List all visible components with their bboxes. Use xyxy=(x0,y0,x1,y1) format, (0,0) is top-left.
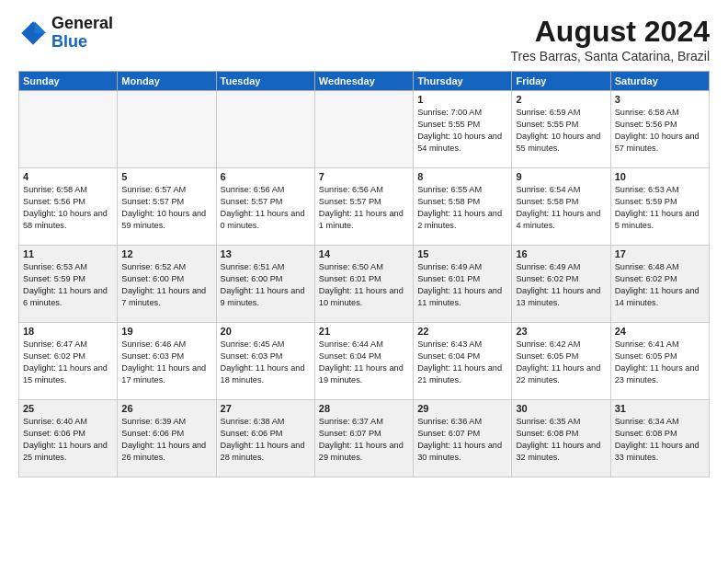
day-info: Sunrise: 6:50 AMSunset: 6:01 PMDaylight:… xyxy=(319,261,409,309)
day-number: 14 xyxy=(319,248,409,259)
calendar-cell: 17Sunrise: 6:48 AMSunset: 6:02 PMDayligh… xyxy=(610,246,709,323)
weekday-header-thursday: Thursday xyxy=(414,72,512,91)
calendar-cell xyxy=(19,91,118,168)
day-number: 16 xyxy=(516,248,606,259)
calendar-cell: 27Sunrise: 6:38 AMSunset: 6:06 PMDayligh… xyxy=(216,400,314,477)
day-number: 17 xyxy=(615,248,705,259)
calendar-cell: 2Sunrise: 6:59 AMSunset: 5:55 PMDaylight… xyxy=(512,91,610,168)
logo-icon xyxy=(18,18,48,48)
weekday-header-row: SundayMondayTuesdayWednesdayThursdayFrid… xyxy=(19,72,710,91)
day-number: 12 xyxy=(121,248,211,259)
day-info: Sunrise: 6:35 AMSunset: 6:08 PMDaylight:… xyxy=(516,416,606,464)
day-number: 24 xyxy=(615,326,705,337)
day-info: Sunrise: 6:36 AMSunset: 6:07 PMDaylight:… xyxy=(417,416,507,464)
day-number: 23 xyxy=(516,326,606,337)
day-number: 27 xyxy=(221,403,311,414)
svg-marker-1 xyxy=(35,21,47,33)
calendar-cell: 1Sunrise: 7:00 AMSunset: 5:55 PMDaylight… xyxy=(414,91,512,168)
month-title: August 2024 xyxy=(510,15,710,49)
location: Tres Barras, Santa Catarina, Brazil xyxy=(510,49,710,63)
day-number: 20 xyxy=(221,326,311,337)
day-info: Sunrise: 6:40 AMSunset: 6:06 PMDaylight:… xyxy=(23,416,113,464)
calendar-cell: 9Sunrise: 6:54 AMSunset: 5:58 PMDaylight… xyxy=(512,168,610,246)
day-info: Sunrise: 6:59 AMSunset: 5:55 PMDaylight:… xyxy=(516,107,606,155)
week-row-2: 11Sunrise: 6:53 AMSunset: 5:59 PMDayligh… xyxy=(19,246,710,323)
logo-general: General xyxy=(51,14,113,32)
calendar-cell: 3Sunrise: 6:58 AMSunset: 5:56 PMDaylight… xyxy=(610,91,709,168)
calendar-cell: 12Sunrise: 6:52 AMSunset: 6:00 PMDayligh… xyxy=(118,246,216,323)
day-info: Sunrise: 6:54 AMSunset: 5:58 PMDaylight:… xyxy=(516,184,606,232)
day-number: 15 xyxy=(417,248,507,259)
day-info: Sunrise: 6:37 AMSunset: 6:07 PMDaylight:… xyxy=(319,416,409,464)
calendar-cell xyxy=(118,91,216,168)
day-number: 8 xyxy=(417,171,507,182)
logo-blue: Blue xyxy=(51,32,87,51)
day-number: 4 xyxy=(23,171,113,182)
day-number: 18 xyxy=(23,326,113,337)
day-number: 19 xyxy=(121,326,211,337)
day-number: 6 xyxy=(221,171,311,182)
day-info: Sunrise: 6:44 AMSunset: 6:04 PMDaylight:… xyxy=(319,339,409,386)
calendar-table: SundayMondayTuesdayWednesdayThursdayFrid… xyxy=(18,71,710,477)
day-number: 28 xyxy=(319,403,409,414)
calendar-cell: 15Sunrise: 6:49 AMSunset: 6:01 PMDayligh… xyxy=(414,246,512,323)
header: General Blue August 2024 Tres Barras, Sa… xyxy=(18,15,710,63)
day-info: Sunrise: 6:57 AMSunset: 5:57 PMDaylight:… xyxy=(121,184,211,232)
calendar-cell: 30Sunrise: 6:35 AMSunset: 6:08 PMDayligh… xyxy=(512,400,610,477)
calendar-cell: 7Sunrise: 6:56 AMSunset: 5:57 PMDaylight… xyxy=(314,168,413,246)
day-info: Sunrise: 6:52 AMSunset: 6:00 PMDaylight:… xyxy=(121,261,211,309)
day-info: Sunrise: 6:51 AMSunset: 6:00 PMDaylight:… xyxy=(221,261,311,309)
day-info: Sunrise: 6:43 AMSunset: 6:04 PMDaylight:… xyxy=(417,339,507,386)
calendar-cell: 31Sunrise: 6:34 AMSunset: 6:08 PMDayligh… xyxy=(610,400,709,477)
calendar-cell: 13Sunrise: 6:51 AMSunset: 6:00 PMDayligh… xyxy=(216,246,314,323)
calendar-cell: 18Sunrise: 6:47 AMSunset: 6:02 PMDayligh… xyxy=(19,323,118,400)
weekday-header-tuesday: Tuesday xyxy=(216,72,314,91)
day-number: 30 xyxy=(516,403,606,414)
day-info: Sunrise: 6:49 AMSunset: 6:02 PMDaylight:… xyxy=(516,261,606,309)
day-number: 5 xyxy=(121,171,211,182)
day-info: Sunrise: 6:55 AMSunset: 5:58 PMDaylight:… xyxy=(417,184,507,232)
day-number: 1 xyxy=(417,94,507,105)
weekday-header-wednesday: Wednesday xyxy=(314,72,413,91)
day-number: 22 xyxy=(417,326,507,337)
logo: General Blue xyxy=(18,15,113,52)
calendar-cell xyxy=(314,91,413,168)
weekday-header-friday: Friday xyxy=(512,72,610,91)
calendar-cell: 29Sunrise: 6:36 AMSunset: 6:07 PMDayligh… xyxy=(414,400,512,477)
weekday-header-sunday: Sunday xyxy=(19,72,118,91)
day-info: Sunrise: 7:00 AMSunset: 5:55 PMDaylight:… xyxy=(417,107,507,155)
day-info: Sunrise: 6:56 AMSunset: 5:57 PMDaylight:… xyxy=(319,184,409,232)
day-info: Sunrise: 6:56 AMSunset: 5:57 PMDaylight:… xyxy=(221,184,311,232)
calendar-cell: 4Sunrise: 6:58 AMSunset: 5:56 PMDaylight… xyxy=(19,168,118,246)
day-number: 26 xyxy=(121,403,211,414)
calendar-cell: 25Sunrise: 6:40 AMSunset: 6:06 PMDayligh… xyxy=(19,400,118,477)
calendar-cell xyxy=(216,91,314,168)
calendar-cell: 11Sunrise: 6:53 AMSunset: 5:59 PMDayligh… xyxy=(19,246,118,323)
week-row-1: 4Sunrise: 6:58 AMSunset: 5:56 PMDaylight… xyxy=(19,168,710,246)
calendar-cell: 16Sunrise: 6:49 AMSunset: 6:02 PMDayligh… xyxy=(512,246,610,323)
day-number: 21 xyxy=(319,326,409,337)
page: General Blue August 2024 Tres Barras, Sa… xyxy=(0,0,728,563)
day-info: Sunrise: 6:45 AMSunset: 6:03 PMDaylight:… xyxy=(221,339,311,386)
day-number: 7 xyxy=(319,171,409,182)
calendar-cell: 20Sunrise: 6:45 AMSunset: 6:03 PMDayligh… xyxy=(216,323,314,400)
day-info: Sunrise: 6:49 AMSunset: 6:01 PMDaylight:… xyxy=(417,261,507,309)
day-number: 25 xyxy=(23,403,113,414)
day-info: Sunrise: 6:34 AMSunset: 6:08 PMDaylight:… xyxy=(615,416,705,464)
day-number: 29 xyxy=(417,403,507,414)
calendar-cell: 24Sunrise: 6:41 AMSunset: 6:05 PMDayligh… xyxy=(610,323,709,400)
day-info: Sunrise: 6:58 AMSunset: 5:56 PMDaylight:… xyxy=(615,107,705,155)
title-block: August 2024 Tres Barras, Santa Catarina,… xyxy=(510,15,710,63)
day-info: Sunrise: 6:58 AMSunset: 5:56 PMDaylight:… xyxy=(23,184,113,232)
day-number: 2 xyxy=(516,94,606,105)
week-row-4: 25Sunrise: 6:40 AMSunset: 6:06 PMDayligh… xyxy=(19,400,710,477)
calendar-cell: 28Sunrise: 6:37 AMSunset: 6:07 PMDayligh… xyxy=(314,400,413,477)
day-number: 3 xyxy=(615,94,705,105)
day-number: 10 xyxy=(615,171,705,182)
calendar-cell: 22Sunrise: 6:43 AMSunset: 6:04 PMDayligh… xyxy=(414,323,512,400)
day-info: Sunrise: 6:47 AMSunset: 6:02 PMDaylight:… xyxy=(23,339,113,386)
weekday-header-monday: Monday xyxy=(118,72,216,91)
calendar-cell: 14Sunrise: 6:50 AMSunset: 6:01 PMDayligh… xyxy=(314,246,413,323)
day-number: 11 xyxy=(23,248,113,259)
day-info: Sunrise: 6:48 AMSunset: 6:02 PMDaylight:… xyxy=(615,261,705,309)
